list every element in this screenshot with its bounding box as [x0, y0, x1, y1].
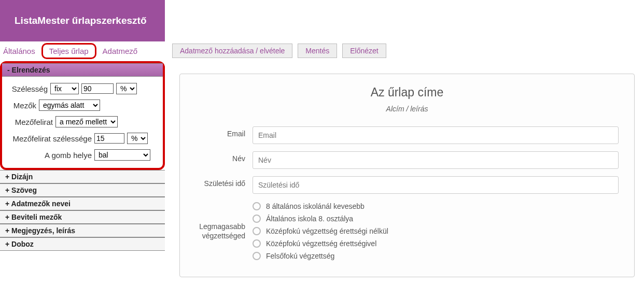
section-design[interactable]: + Dizájn: [0, 170, 165, 183]
form-row-education: Legmagasabb végzettséged 8 általános isk…: [195, 201, 619, 264]
education-label: Legmagasabb végzettséged: [195, 201, 253, 240]
fieldlabel-label: Mezőfelirat: [11, 118, 53, 126]
radio-icon: [253, 239, 261, 248]
tab-data-field[interactable]: Adatmező: [96, 44, 144, 59]
radio-option-2[interactable]: Középfokú végzettség érettségi nélkül: [253, 227, 619, 235]
section-note[interactable]: + Megjegyzés, leírás: [0, 224, 165, 237]
birth-label: Születési idő: [195, 176, 253, 188]
preview-button[interactable]: Előnézet: [342, 44, 386, 58]
fieldlabel-select[interactable]: a mező mellett: [55, 116, 118, 127]
add-remove-field-button[interactable]: Adatmező hozzáadása / elvétele: [172, 44, 292, 58]
section-text[interactable]: + Szöveg: [0, 183, 165, 197]
radio-icon: [253, 215, 261, 223]
birth-input[interactable]: [253, 176, 619, 194]
save-button[interactable]: Mentés: [298, 44, 337, 58]
radio-icon: [253, 252, 261, 260]
section-inputs[interactable]: + Beviteli mezők: [0, 210, 165, 224]
labelwidth-unit-select[interactable]: %: [127, 133, 148, 144]
labelwidth-value-input[interactable]: [94, 133, 124, 144]
radio-option-1[interactable]: Általános iskola 8. osztálya: [253, 215, 619, 223]
radio-option-0[interactable]: 8 általános iskolánál kevesebb: [253, 202, 619, 210]
toolbar: Adatmező hozzáadása / elvétele Mentés El…: [165, 44, 386, 58]
width-unit-select[interactable]: %: [116, 83, 137, 94]
preview-box: Az űrlap címe Alcím / leírás Email Név S…: [179, 74, 635, 277]
radio-option-3[interactable]: Középfokú végzettség érettségivel: [253, 239, 619, 248]
form-title: Az űrlap címe: [195, 86, 619, 99]
radio-option-4[interactable]: Felsőfokú végzettség: [253, 252, 619, 260]
email-input[interactable]: [253, 126, 619, 144]
buttonpos-label: A gomb helye: [11, 151, 92, 160]
section-box[interactable]: + Doboz: [0, 237, 165, 251]
row-fields: Mezők egymás alatt: [11, 99, 153, 111]
row-width: Szélesség fix %: [11, 83, 153, 94]
form-subtitle: Alcím / leírás: [195, 105, 619, 113]
form-row-name: Név: [195, 151, 619, 169]
fields-label: Mezők: [11, 101, 36, 110]
name-label: Név: [195, 151, 253, 163]
layout-section-highlight: - Elrendezés Szélesség fix % Mezők egymá…: [0, 61, 165, 170]
labelwidth-label: Mezőfelirat szélessége: [11, 134, 92, 143]
section-layout-body: Szélesség fix % Mezők egymás alatt Mezőf…: [2, 77, 163, 168]
width-value-input[interactable]: [81, 83, 114, 94]
radio-icon: [253, 202, 261, 210]
tab-general[interactable]: Általános: [0, 44, 41, 59]
tab-full-form[interactable]: Teljes űrlap: [41, 43, 96, 59]
app-header: ListaMester űrlapszerkesztő: [0, 0, 165, 41]
radio-icon: [253, 227, 261, 235]
email-label: Email: [195, 126, 253, 138]
preview-area: Az űrlap címe Alcím / leírás Email Név S…: [165, 60, 644, 277]
tabs: Általános Teljes űrlap Adatmező: [0, 43, 165, 59]
top-row: Általános Teljes űrlap Adatmező Adatmező…: [0, 41, 644, 60]
form-row-email: Email: [195, 126, 619, 144]
row-fieldlabel: Mezőfelirat a mező mellett: [11, 116, 153, 127]
app-title: ListaMester űrlapszerkesztő: [15, 15, 147, 26]
name-input[interactable]: [253, 151, 619, 169]
section-fieldnames[interactable]: + Adatmezők nevei: [0, 197, 165, 210]
buttonpos-select[interactable]: bal: [94, 149, 150, 161]
width-mode-select[interactable]: fix: [50, 83, 79, 94]
fields-select[interactable]: egymás alatt: [39, 99, 100, 111]
education-radio-group: 8 általános iskolánál kevesebb Általános…: [253, 201, 619, 264]
main-area: - Elrendezés Szélesség fix % Mezők egymá…: [0, 60, 644, 277]
row-labelwidth: Mezőfelirat szélessége %: [11, 133, 153, 144]
row-buttonpos: A gomb helye bal: [11, 149, 153, 161]
form-row-birth: Születési idő: [195, 176, 619, 194]
width-label: Szélesség: [11, 84, 48, 93]
section-layout-header[interactable]: - Elrendezés: [2, 63, 163, 77]
sidebar: - Elrendezés Szélesség fix % Mezők egymá…: [0, 60, 165, 277]
